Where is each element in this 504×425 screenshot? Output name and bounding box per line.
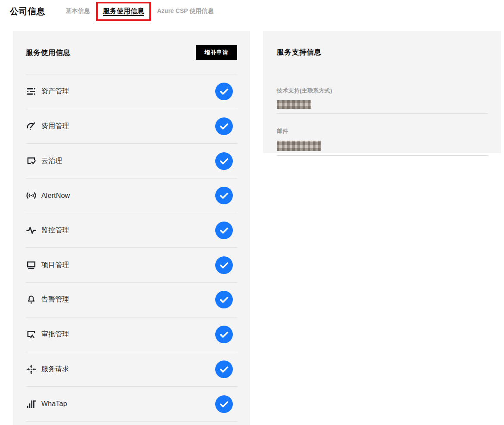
page-header: 公司信息 基本信息 服务使用信息 Azure CSP 使用信息 bbox=[10, 0, 213, 22]
support-field: 技术支持(主联系方式) bbox=[277, 87, 488, 114]
bell-icon bbox=[26, 294, 37, 305]
service-support-panel-header: 服务支持信息 bbox=[277, 31, 488, 73]
service-row: 项目管理 bbox=[26, 247, 237, 282]
service-label: 告警管理 bbox=[41, 295, 69, 304]
check-circle-icon[interactable] bbox=[215, 256, 233, 274]
service-label: 云治理 bbox=[41, 157, 62, 166]
red-highlight-box: 服务使用信息 bbox=[96, 2, 151, 21]
page-title: 公司信息 bbox=[10, 6, 45, 17]
service-row: 服务请求 bbox=[26, 352, 237, 387]
gauge-icon bbox=[26, 121, 37, 132]
broadcast-icon bbox=[26, 190, 37, 201]
check-circle-icon[interactable] bbox=[215, 326, 233, 343]
tab-bar: 基本信息 服务使用信息 Azure CSP 使用信息 bbox=[66, 2, 213, 21]
service-row: 云治理 bbox=[26, 143, 237, 178]
service-row: 告警管理 bbox=[26, 282, 237, 317]
support-field-list: 技术支持(主联系方式) 邮件 bbox=[277, 87, 488, 156]
service-label: 服务请求 bbox=[41, 365, 69, 374]
service-usage-panel-header: 服务使用信息 增补申请 bbox=[26, 31, 237, 74]
service-row: 费用管理 bbox=[26, 109, 237, 144]
check-circle-icon[interactable] bbox=[215, 152, 233, 170]
service-row: 审批管理 bbox=[26, 317, 237, 352]
tab-basic-info[interactable]: 基本信息 bbox=[66, 7, 90, 15]
bar-chart-icon bbox=[26, 399, 37, 410]
support-field: 邮件 bbox=[277, 127, 488, 156]
check-circle-icon[interactable] bbox=[215, 83, 233, 100]
checked-box-icon bbox=[26, 156, 37, 166]
service-support-panel-title: 服务支持信息 bbox=[277, 47, 322, 57]
field-value bbox=[277, 141, 488, 156]
service-label: 费用管理 bbox=[41, 122, 69, 131]
redacted-value-mosaic bbox=[277, 141, 321, 151]
service-label: WhaTap bbox=[41, 400, 67, 408]
service-label: 项目管理 bbox=[41, 261, 69, 270]
field-label: 技术支持(主联系方式) bbox=[277, 87, 488, 95]
tab-azure-csp-info[interactable]: Azure CSP 使用信息 bbox=[157, 7, 213, 15]
service-label: 审批管理 bbox=[41, 330, 69, 339]
check-circle-icon[interactable] bbox=[215, 222, 233, 239]
redacted-value-mosaic bbox=[277, 100, 311, 109]
sliders-icon bbox=[26, 86, 37, 97]
check-circle-icon[interactable] bbox=[215, 360, 233, 378]
field-value bbox=[277, 100, 488, 114]
approval-stamp-icon bbox=[26, 329, 37, 340]
check-circle-icon[interactable] bbox=[215, 117, 233, 135]
check-circle-icon[interactable] bbox=[215, 187, 233, 204]
service-row: WhaTap bbox=[26, 386, 237, 421]
service-label: 资产管理 bbox=[41, 87, 69, 96]
check-circle-icon[interactable] bbox=[215, 291, 233, 308]
supplement-apply-button[interactable]: 增补申请 bbox=[196, 45, 237, 60]
monitor-icon bbox=[26, 260, 37, 271]
service-label: AlertNow bbox=[41, 192, 70, 200]
service-row: 监控管理 bbox=[26, 213, 237, 248]
service-support-panel: 服务支持信息 技术支持(主联系方式) 邮件 bbox=[263, 31, 501, 153]
service-list: 资产管理 费用管理 云治理 AlertNow bbox=[26, 74, 237, 422]
service-row: 资产管理 bbox=[26, 74, 237, 109]
check-circle-icon[interactable] bbox=[215, 395, 233, 413]
field-label: 邮件 bbox=[277, 127, 488, 135]
collapse-arrows-icon bbox=[26, 364, 37, 375]
service-label: 监控管理 bbox=[41, 226, 69, 235]
service-row: AlertNow bbox=[26, 178, 237, 213]
tab-service-usage-info[interactable]: 服务使用信息 bbox=[103, 7, 144, 16]
pulse-icon bbox=[26, 225, 37, 236]
service-usage-panel: 服务使用信息 增补申请 资产管理 费用管理 云治理 bbox=[13, 31, 250, 425]
service-usage-panel-title: 服务使用信息 bbox=[26, 48, 71, 58]
